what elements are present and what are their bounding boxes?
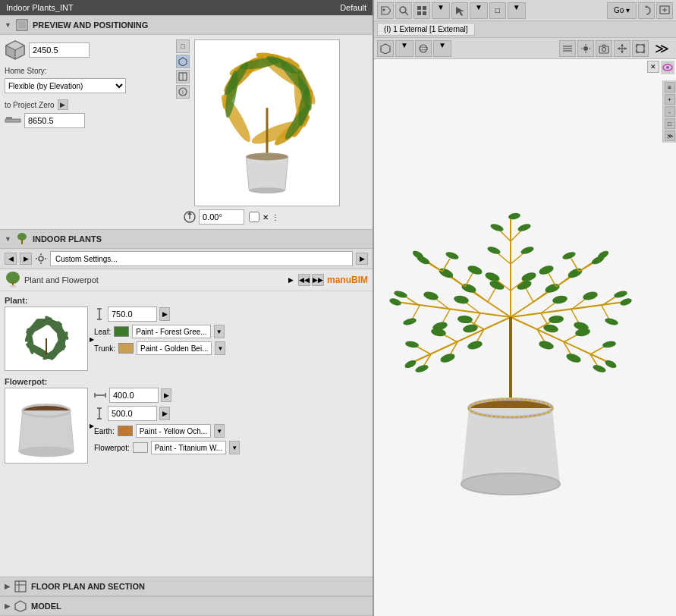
trunk-label: Trunk: [94,344,115,353]
pot-height-inc[interactable]: ▶ [159,407,170,420]
rs-btn-3[interactable]: - [665,106,675,117]
sec-btn-3[interactable] [559,40,576,57]
svg-line-80 [405,12,408,15]
svg-point-96 [583,46,588,51]
preview-image [194,39,340,206]
preview-side-btn-1[interactable]: □ [176,39,190,53]
preview-side-btn-2[interactable] [176,55,190,68]
offset-input[interactable]: 8650.5 [24,113,85,128]
sec-dropdown-2[interactable]: ▼ [433,40,451,57]
preview-side-btn-4[interactable]: i [176,85,190,99]
go-btn[interactable]: Go ▾ [607,2,637,19]
eye-btn[interactable] [661,61,674,74]
svg-point-78 [383,8,385,11]
expand-btn[interactable]: ▶ [356,253,368,265]
pot-height-value-row: 500.0 ▶ [108,406,170,421]
vp-btn-5[interactable] [638,2,655,19]
earth-color-dropdown[interactable]: ▼ [214,424,225,438]
rotation-icon [182,209,197,225]
earth-color-btn[interactable]: Paint - Yellow Och... [136,424,212,438]
pot-width-row: 400.0 ▶ [94,388,240,403]
rs-btn-4[interactable]: □ [665,118,675,129]
svg-point-92 [420,47,427,50]
mirror-checkbox[interactable] [249,212,259,222]
plant-prev-btn[interactable]: ◀◀ [298,274,310,286]
plant-height-inc[interactable]: ▶ [159,307,170,321]
viewport-close-btn[interactable]: ✕ [647,61,659,73]
sec-btn-more[interactable]: ≫ [650,40,673,57]
home-story-select[interactable]: Flexible (by Elevation) [5,78,126,93]
plant-row: ▶ 750.0 ▶ [5,306,368,371]
vp-btn-6[interactable] [656,2,673,19]
vp-dropdown-2[interactable]: ▼ [470,2,488,19]
rs-btn-1[interactable]: ≡ [665,82,675,93]
preview-side-btn-3[interactable] [176,70,190,83]
vp-dropdown-3[interactable]: ▼ [508,2,526,19]
plant-height-input[interactable]: 750.0 [108,306,157,322]
flowerpot-color-btn[interactable]: Paint - Titanium W... [151,441,226,454]
flowerpot-color-dropdown[interactable]: ▼ [229,441,240,454]
earth-swatch [118,426,133,436]
vp-dropdown-1[interactable]: ▼ [432,2,450,19]
trunk-color-row: Trunk: Paint - Golden Bei... ▼ [94,341,225,355]
panel-title: Indoor Plants_INT [6,3,74,12]
viewport-toolbar: ▼ ▼ □ ▼ Go ▾ [374,0,676,21]
model-header[interactable]: ▶ MODEL [0,596,373,616]
offset-icon [5,115,21,127]
prev-nav-btn[interactable]: ◀ [5,253,17,265]
plant-thumb-expand[interactable]: ▶ [90,335,94,342]
sec-btn-5[interactable] [596,40,612,57]
pot-controls: 400.0 ▶ 500.0 ▶ [94,388,240,454]
plant-next-btn[interactable]: ▶▶ [312,274,324,286]
rotation-input[interactable]: 0.00° [199,209,244,225]
front-view-icon [178,72,187,81]
sec-dropdown-1[interactable]: ▼ [395,40,413,57]
floor-plan-header[interactable]: ▶ FLOOR PLAN AND SECTION [0,577,373,596]
trunk-color-btn[interactable]: Paint - Golden Bei... [137,341,212,355]
next-nav-btn[interactable]: ▶ [20,253,32,265]
viewport-tab[interactable]: (I) 1 External [1 External] [377,23,475,36]
vp-btn-search[interactable] [395,2,412,19]
pot-height-input[interactable]: 500.0 [108,406,157,421]
to-project-zero-arrow[interactable]: ▶ [58,99,68,110]
flowerpot-color-row: Flowerpot: Paint - Titanium W... ▼ [94,441,240,454]
sec-btn-6[interactable] [614,40,630,57]
dots-icon: ⋮ [272,213,279,222]
preview-positioning-header[interactable]: ▼ PREVIEW AND POSITIONING [0,15,373,35]
pot-width-inc[interactable]: ▶ [161,388,171,402]
earth-color-row: Earth: Paint - Yellow Och... ▼ [94,424,240,438]
sec-btn-4[interactable] [577,40,594,57]
indoor-plants-label: INDOOR PLANTS [33,234,102,244]
vp-btn-tag[interactable] [377,2,394,19]
pot-thumb-expand[interactable]: ▶ [90,423,94,429]
leaf-swatch [114,326,129,337]
vp-btn-grid[interactable] [413,2,430,19]
leaf-color-dropdown[interactable]: ▼ [214,325,225,338]
viewport-area: ✕ [374,59,676,616]
sec-btn-1[interactable] [377,40,394,57]
zoom-fit-icon [635,43,646,54]
height-icon [94,308,105,320]
pot-width-value-row: 400.0 ▶ [109,388,171,403]
indoor-plants-header[interactable]: ▼ INDOOR PLANTS [0,229,373,249]
svg-rect-7 [6,117,12,119]
sec-btn-7[interactable] [632,40,649,57]
svg-marker-107 [618,47,620,50]
model-label: MODEL [31,602,61,611]
tag-icon [380,5,391,16]
vp-btn-4[interactable]: □ [489,2,506,19]
trunk-color-dropdown[interactable]: ▼ [215,341,225,355]
svg-point-102 [602,47,606,51]
sec-btn-2[interactable] [415,40,432,57]
viewport-tab-bar: (I) 1 External [1 External] [374,21,676,38]
custom-settings-btn[interactable]: Custom Settings... [50,251,353,266]
3d-view-icon [178,57,187,66]
pot-width-input[interactable]: 400.0 [109,388,159,403]
rs-btn-5[interactable]: ≫ [665,130,675,141]
leaf-color-btn[interactable]: Paint - Forest Gree... [132,325,210,338]
vp-btn-3[interactable] [451,2,468,19]
rs-btn-2[interactable]: + [665,94,675,105]
elevation-input[interactable]: 2450.5 [29,42,90,58]
preview-arrow: ▼ [5,21,11,29]
right-side-toolbar: ≡ + - □ ≫ [662,80,676,143]
